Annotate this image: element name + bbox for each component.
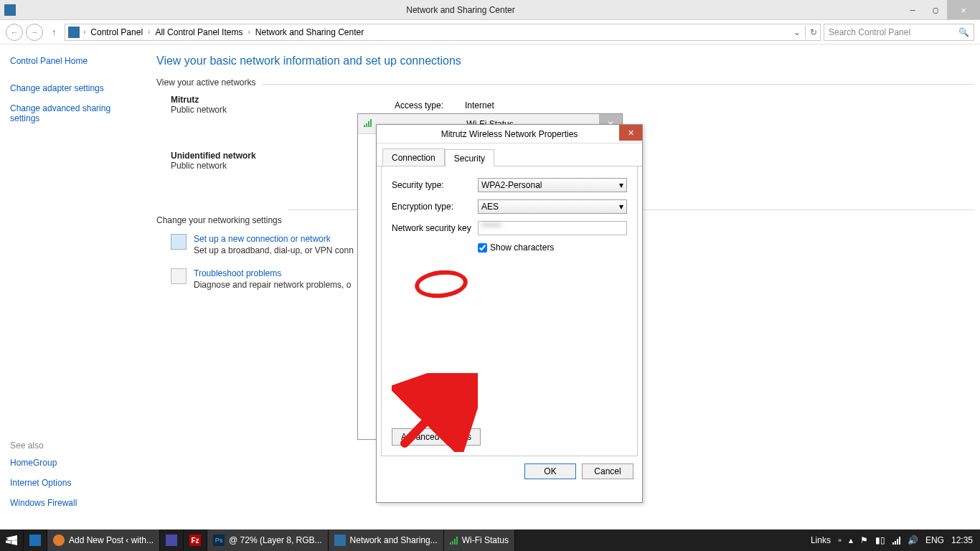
tab-connection[interactable]: Connection bbox=[382, 149, 445, 166]
back-button[interactable]: ← bbox=[6, 24, 23, 41]
ie-icon bbox=[29, 534, 41, 546]
show-characters-checkbox[interactable] bbox=[478, 243, 487, 253]
encryption-type-select[interactable]: AES ▾ bbox=[478, 199, 627, 214]
chevron-right-icon[interactable]: » bbox=[838, 537, 842, 544]
troubleshoot-icon bbox=[171, 268, 187, 284]
page-heading: View your basic network information and … bbox=[156, 55, 974, 67]
chevron-right-icon: › bbox=[146, 28, 152, 36]
security-type-label: Security type: bbox=[392, 180, 478, 190]
window-title: Network and Sharing Center bbox=[20, 5, 901, 15]
advanced-settings-button[interactable]: Advanced settings bbox=[392, 428, 481, 446]
address-bar: ← → ↑ › Control Panel › All Control Pane… bbox=[0, 20, 980, 44]
start-button[interactable] bbox=[0, 529, 24, 551]
sidebar-homegroup[interactable]: HomeGroup bbox=[10, 458, 141, 468]
signal-icon bbox=[450, 536, 458, 545]
firefox-icon bbox=[53, 534, 65, 546]
access-type-row: Access type: Internet bbox=[395, 100, 494, 110]
seealso-label: See also bbox=[10, 441, 141, 451]
taskbar: Add New Post ‹ with... Fz Ps@ 72% (Layer… bbox=[0, 529, 980, 551]
search-placeholder: Search Control Panel bbox=[829, 27, 910, 37]
crumb-control-panel[interactable]: Control Panel bbox=[89, 27, 144, 37]
chevron-down-icon: ▾ bbox=[619, 202, 623, 212]
sidebar-windows-firewall[interactable]: Windows Firewall bbox=[10, 498, 141, 508]
tab-security[interactable]: Security bbox=[445, 149, 494, 166]
clock[interactable]: 12:35 bbox=[951, 535, 973, 545]
power-icon[interactable]: ▮▯ bbox=[875, 535, 885, 545]
chevron-right-icon: › bbox=[245, 28, 252, 36]
taskbar-item-network-sharing[interactable]: Network and Sharing... bbox=[329, 529, 444, 551]
system-tray: Links » ▴ ⚑ ▮▯ 🔊 ENG 12:35 bbox=[804, 535, 980, 545]
tray-up-icon[interactable]: ▴ bbox=[849, 535, 853, 545]
search-input[interactable]: Search Control Panel 🔍 bbox=[824, 24, 974, 41]
refresh-button[interactable]: ↻ bbox=[810, 27, 817, 37]
security-key-label: Network security key bbox=[392, 223, 478, 233]
change-settings-heading: Change your networking settings bbox=[156, 215, 282, 225]
active-networks-label: View your active networks bbox=[156, 77, 256, 88]
dialog-title: Mitrutz Wireless Network Properties bbox=[441, 129, 578, 139]
troubleshoot-desc: Diagnose and repair network problems, o bbox=[194, 280, 351, 290]
taskbar-item-photoshop[interactable]: Ps@ 72% (Layer 8, RGB... bbox=[207, 529, 329, 551]
security-type-select[interactable]: WPA2-Personal ▾ bbox=[478, 178, 627, 192]
breadcrumb[interactable]: › Control Panel › All Control Panel Item… bbox=[65, 24, 821, 41]
troubleshoot-link[interactable]: Troubleshoot problems bbox=[194, 268, 351, 278]
windows-icon bbox=[6, 535, 17, 545]
setup-connection-icon bbox=[171, 234, 187, 250]
crumb-all-items[interactable]: All Control Panel Items bbox=[154, 27, 244, 37]
setup-connection-desc: Set up a broadband, dial-up, or VPN conn bbox=[194, 245, 354, 255]
sidebar-internet-options[interactable]: Internet Options bbox=[10, 478, 141, 488]
taskbar-item-wifi-status[interactable]: Wi-Fi Status bbox=[444, 529, 515, 551]
cancel-button[interactable]: Cancel bbox=[582, 463, 633, 479]
chevron-down-icon: ▾ bbox=[619, 180, 623, 190]
up-button[interactable]: ↑ bbox=[46, 27, 62, 37]
links-toolbar[interactable]: Links bbox=[811, 535, 831, 545]
flag-icon[interactable]: ⚑ bbox=[860, 535, 868, 545]
maximize-button[interactable]: ▢ bbox=[924, 0, 947, 19]
chevron-right-icon: › bbox=[81, 28, 88, 36]
close-button[interactable]: ✕ bbox=[947, 0, 980, 19]
taskbar-item-ie[interactable] bbox=[24, 529, 47, 551]
network-properties-dialog: Mitrutz Wireless Network Properties ✕ Co… bbox=[376, 124, 643, 503]
ok-button[interactable]: OK bbox=[524, 463, 576, 479]
language-indicator[interactable]: ENG bbox=[925, 535, 944, 545]
sidebar-change-adapter[interactable]: Change adapter settings bbox=[10, 83, 141, 93]
encryption-type-label: Encryption type: bbox=[392, 202, 478, 212]
sidebar-home[interactable]: Control Panel Home bbox=[10, 56, 141, 66]
search-icon: 🔍 bbox=[958, 27, 969, 37]
sidebar: Control Panel Home Change adapter settin… bbox=[0, 44, 151, 529]
network-icon bbox=[334, 534, 346, 546]
security-tab-panel: Security type: WPA2-Personal ▾ Encryptio… bbox=[381, 166, 638, 456]
app-icon bbox=[4, 4, 16, 16]
taskbar-item-firefox[interactable]: Add New Post ‹ with... bbox=[47, 529, 160, 551]
volume-icon[interactable]: 🔊 bbox=[908, 535, 918, 545]
taskbar-item-mail[interactable] bbox=[160, 529, 184, 551]
signal-icon bbox=[364, 118, 375, 130]
network-name: Mitrutz bbox=[171, 95, 974, 105]
close-button[interactable]: ✕ bbox=[619, 125, 642, 141]
mail-icon bbox=[166, 534, 177, 546]
show-characters-label: Show characters bbox=[490, 242, 554, 253]
security-key-input[interactable]: ****** bbox=[478, 221, 627, 235]
tab-strip: Connection Security bbox=[377, 146, 642, 166]
forward-button[interactable]: → bbox=[26, 24, 43, 41]
filezilla-icon: Fz bbox=[189, 534, 201, 546]
crumb-network-sharing[interactable]: Network and Sharing Center bbox=[254, 27, 365, 37]
access-value: Internet bbox=[465, 100, 494, 110]
minimize-button[interactable]: — bbox=[901, 0, 924, 19]
taskbar-item-filezilla[interactable]: Fz bbox=[184, 529, 207, 551]
access-label: Access type: bbox=[395, 100, 443, 110]
dropdown-icon[interactable]: ⌄ bbox=[793, 27, 801, 37]
setup-connection-link[interactable]: Set up a new connection or network bbox=[194, 234, 354, 244]
window-titlebar: Network and Sharing Center — ▢ ✕ bbox=[0, 0, 980, 20]
photoshop-icon: Ps bbox=[213, 534, 225, 546]
network-tray-icon[interactable] bbox=[892, 536, 900, 545]
sidebar-advanced-sharing[interactable]: Change advanced sharing settings bbox=[10, 103, 125, 123]
location-icon bbox=[68, 27, 80, 38]
